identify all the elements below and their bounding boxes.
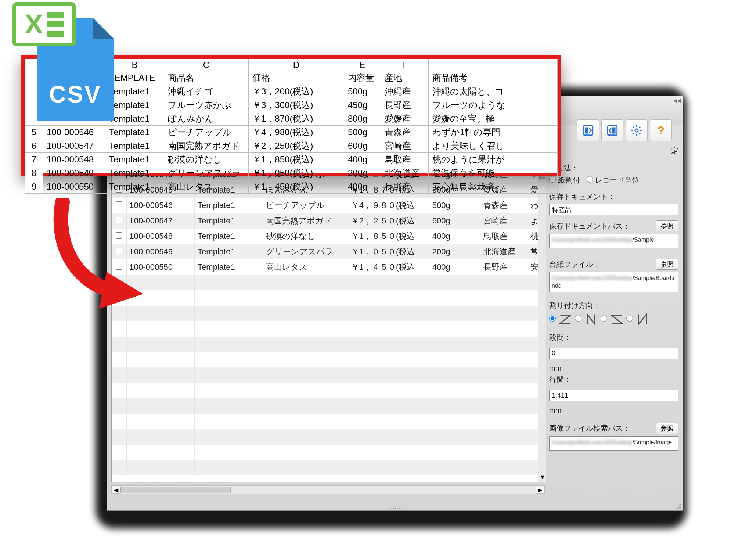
sheet-cell: 600g <box>344 139 381 153</box>
sheet-cell: フルーツのような <box>429 98 558 112</box>
sheet-cell: 9 <box>25 180 43 194</box>
direction-option-4[interactable] <box>626 315 633 323</box>
sheet-cell: 8 <box>25 166 43 180</box>
row-gap-input[interactable] <box>549 390 678 401</box>
sheet-cell: Template1 <box>105 180 164 194</box>
sheet-cell: 100-000549 <box>43 166 105 180</box>
settings-panel: 定 力方法： 紙割付 レコード単位 保存ドキュメント： 保存ドキュメントパス： … <box>549 144 678 493</box>
image-path-label: 画像ファイル検索パス： <box>549 423 630 433</box>
direction-option-3[interactable] <box>601 315 607 323</box>
sheet-cell: ￥3，300(税込) <box>249 98 344 112</box>
board-file-value: /Users/profield.user10/Desktop/Sample/Bo… <box>549 272 678 292</box>
resize-grip-dots[interactable]: :::::::: <box>373 505 417 510</box>
table-cell: 600g <box>429 213 480 229</box>
fixed-suffix-label: 定 <box>671 146 678 156</box>
save-doc-input[interactable] <box>549 204 678 215</box>
sheet-cell: ￥1，050(税込) <box>249 166 344 180</box>
sheet-cell: 宮崎産 <box>381 139 429 153</box>
table-row[interactable]: 100-000548Template1砂漠の洋なし￥1，８５０(税込400g鳥取… <box>112 229 544 244</box>
table-row-empty <box>112 306 544 321</box>
table-row-empty <box>112 429 544 445</box>
table-cell: ￥1，０５０(税込 <box>348 244 429 259</box>
table-cell: 200g <box>429 244 480 259</box>
column-letter: D <box>249 59 344 71</box>
scroll-down-icon[interactable]: ▼ <box>538 473 547 481</box>
sheet-cell: 安心無農薬栽培 <box>429 180 558 194</box>
sheet-cell: Template1 <box>105 112 164 126</box>
browse-image-path-button[interactable]: 参照 <box>656 423 678 434</box>
column-letter: E <box>344 59 381 71</box>
csv-file-icon: CSV X <box>7 0 114 129</box>
scroll-left-icon[interactable]: ◀ <box>112 486 120 494</box>
table-row-empty <box>112 445 544 460</box>
sheet-cell: ￥1，450(税込) <box>249 180 344 194</box>
sheet-cell: 愛媛の至宝。極 <box>429 112 558 126</box>
hscroll-thumb[interactable] <box>120 487 231 493</box>
table-row[interactable]: 100-000546Template1ピーチアップル￥4，９８０(税込500g青… <box>112 198 544 213</box>
sheet-cell: グリーンアスパラ <box>164 166 249 180</box>
horizontal-scrollbar[interactable]: ◀ ▶ <box>111 485 545 494</box>
record-table: 100-000544Template1フルーツ赤かぶ￥2，８００(税込450g長… <box>112 167 544 475</box>
sheet-row: 9100-000550Template1高山レタス￥1，450(税込)400g長… <box>25 180 558 194</box>
table-row-empty <box>112 460 544 475</box>
header-cell: 価格 <box>249 71 344 85</box>
image-path-value: /Users/profield.user10/Desktop/Sample/Im… <box>549 436 678 451</box>
table-cell: ￥2，２５０(税込 <box>348 213 429 229</box>
sheet-cell: 桃のように果汁が <box>429 153 558 166</box>
browse-save-path-button[interactable]: 参照 <box>656 220 678 231</box>
svg-rect-3 <box>612 128 616 134</box>
direction-n-icon <box>584 313 598 326</box>
sheet-cell: Template1 <box>105 166 164 180</box>
table-cell: 400g <box>429 259 480 275</box>
col-gap-input[interactable] <box>549 348 678 359</box>
direction-option-1[interactable] <box>549 315 556 323</box>
sheet-cell: 200g <box>344 166 381 180</box>
table-row-empty <box>112 414 544 429</box>
sheet-cell: 愛媛産 <box>381 112 429 126</box>
table-row[interactable]: 100-000550Template1高山レタス￥1，４５０(税込400g長野産… <box>112 259 544 275</box>
panel-collapse-icon[interactable]: ◂◂ <box>673 97 681 104</box>
board-file-label: 台紙ファイル： <box>549 259 601 269</box>
output-option-record-label: レコード単位 <box>595 176 639 184</box>
table-cell: 鳥取産 <box>480 229 527 244</box>
sheet-cell: 沖縄産 <box>381 85 429 98</box>
browse-board-file-button[interactable]: 参照 <box>656 259 678 270</box>
scroll-right-icon[interactable]: ▶ <box>536 486 544 494</box>
table-row-empty <box>112 290 544 306</box>
sheet-row: 6100-000547Template1南国完熟アボガド￥2，250(税込)60… <box>25 139 558 153</box>
vertical-scrollbar[interactable]: ▼ <box>538 166 546 482</box>
column-letter <box>429 59 558 71</box>
table-cell: 宮崎産 <box>480 213 527 229</box>
direction-revz-icon <box>610 313 623 326</box>
record-grid[interactable]: 100-000544Template1フルーツ赤かぶ￥2，８００(税込450g長… <box>111 166 545 482</box>
header-cell: TEMPLATE <box>105 71 164 85</box>
layout-a-button[interactable] <box>577 119 599 141</box>
sheet-cell: 長野産 <box>381 98 429 112</box>
table-row[interactable]: 100-000549Template1グリーンアスパラ￥1，０５０(税込200g… <box>112 244 544 259</box>
sheet-cell: 常温保存を可能 <box>429 166 558 180</box>
table-row[interactable]: 100-000547Template1南国完熟アボガド￥2，２５０(税込600g… <box>112 213 544 229</box>
hscroll-track[interactable] <box>120 486 536 494</box>
sheet-cell: 青森産 <box>381 126 429 139</box>
sheet-cell: フルーツ赤かぶ <box>164 98 249 112</box>
header-cell: 産地 <box>381 71 429 85</box>
layout-b-button[interactable] <box>601 119 623 141</box>
table-cell: 400g <box>429 229 480 244</box>
svg-point-4 <box>635 129 638 132</box>
direction-option-2[interactable] <box>575 315 581 323</box>
sheet-cell: ぽんみかん <box>164 112 249 126</box>
table-cell: 高山レタス <box>263 259 348 275</box>
row-gap-label: 行間： <box>549 375 571 385</box>
output-option-record[interactable]: レコード単位 <box>587 175 639 185</box>
csv-file-label: CSV <box>37 81 114 108</box>
sheet-cell: Template1 <box>105 153 164 166</box>
settings-button[interactable] <box>626 119 648 141</box>
table-cell: ピーチアップル <box>263 198 348 213</box>
sheet-cell: より美味しく召し <box>429 139 558 153</box>
save-doc-label: 保存ドキュメント： <box>549 192 615 202</box>
header-cell: 内容量 <box>344 71 381 85</box>
table-cell: 南国完熟アボガド <box>263 213 348 229</box>
help-button[interactable]: ? <box>650 119 672 141</box>
window-resize-grip-icon[interactable] <box>675 502 682 510</box>
table-cell: 長野産 <box>480 259 527 275</box>
